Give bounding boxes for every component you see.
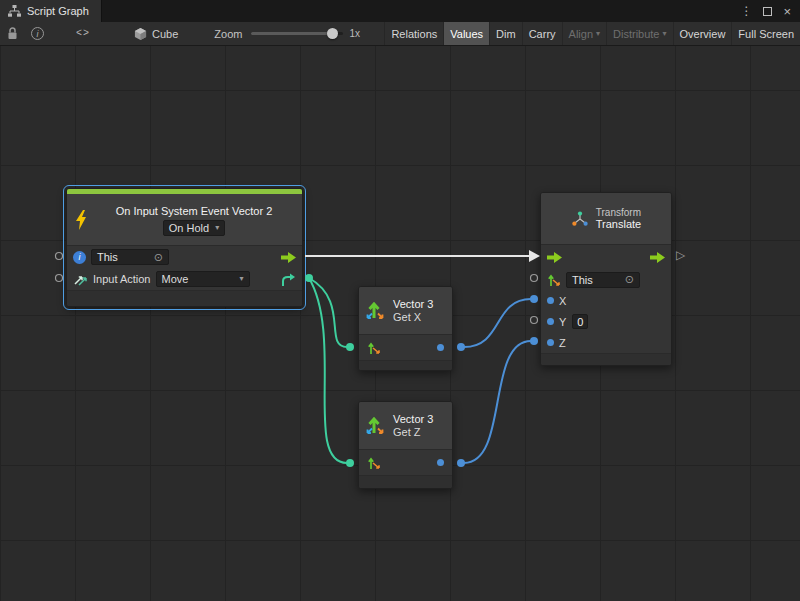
carry-button[interactable]: Carry — [522, 22, 562, 45]
close-icon[interactable]: × — [783, 5, 791, 18]
button-label: Align — [569, 28, 593, 40]
z-port-dot[interactable] — [547, 339, 554, 346]
translate-this-row: This ⊙ — [541, 269, 671, 290]
button-label: Relations — [391, 28, 437, 40]
vector2-output-icon[interactable] — [281, 273, 296, 286]
object-picker-icon[interactable]: ⊙ — [154, 251, 163, 264]
zoom-label: Zoom — [214, 28, 242, 40]
window-menu-icon[interactable]: ⋮ — [740, 4, 752, 18]
fullscreen-button[interactable]: Full Screen — [731, 22, 800, 45]
transform-icon — [571, 211, 589, 227]
flow-output-arrow-icon[interactable] — [650, 252, 665, 263]
translate-node-header: Transform Translate — [541, 193, 671, 244]
y-port-dot[interactable] — [547, 318, 554, 325]
graph-canvas[interactable]: On Input System Event Vector 2 On Hold ▾… — [0, 46, 800, 601]
node-footer — [67, 290, 302, 306]
getz-to-z-connection[interactable] — [464, 341, 531, 463]
dim-button[interactable]: Dim — [489, 22, 522, 45]
vector2-connection-to-getz[interactable] — [309, 278, 347, 463]
zoom-slider[interactable] — [251, 27, 343, 41]
getx-output-port[interactable] — [457, 343, 465, 351]
getz-input-port[interactable] — [346, 459, 354, 467]
chevron-down-icon: ▾ — [215, 224, 219, 232]
event-this-field[interactable]: This ⊙ — [91, 249, 169, 265]
code-view-icon[interactable]: <> — [76, 28, 90, 39]
vector2-connection-to-getx[interactable] — [309, 278, 347, 347]
chevron-down-icon: ▾ — [239, 275, 243, 283]
flow-continue-triangle-icon[interactable]: ▷ — [676, 248, 685, 262]
event-this-port[interactable] — [56, 253, 63, 260]
event-node-body: i This ⊙ Input Action Move ▾ — [67, 245, 302, 290]
node-category: Vector 3 — [393, 413, 433, 425]
translate-this-port[interactable] — [531, 275, 538, 282]
values-button[interactable]: Values — [443, 22, 489, 45]
port-label: Y — [559, 316, 566, 328]
getz-output-dot[interactable] — [437, 459, 444, 466]
node-get-x[interactable]: Vector 3 Get X — [358, 286, 453, 371]
dropdown-value: Move — [162, 273, 189, 285]
flow-input-arrow-icon[interactable] — [547, 252, 562, 263]
node-title: Get X — [393, 311, 433, 323]
zoom-value: 1x — [349, 28, 360, 39]
zoom-slider-fill — [251, 32, 332, 35]
node-get-z[interactable]: Vector 3 Get Z — [358, 401, 453, 489]
vector3-icon — [365, 300, 387, 322]
button-label: Values — [450, 28, 483, 40]
distribute-button[interactable]: Distribute▾ — [606, 22, 672, 45]
input-action-icon — [73, 272, 88, 286]
graph-owner[interactable]: Cube — [134, 27, 178, 41]
y-value-input[interactable]: 0 — [572, 314, 588, 329]
translate-z-row: Z — [541, 332, 671, 353]
translate-z-port[interactable] — [530, 337, 538, 345]
tab-script-graph[interactable]: Script Graph — [0, 0, 102, 22]
node-category: Transform — [596, 207, 641, 218]
getx-input-port[interactable] — [346, 343, 354, 351]
vector3-icon — [365, 415, 387, 437]
translate-y-row: Y 0 — [541, 311, 671, 332]
node-title: Translate — [596, 218, 641, 230]
button-label: Carry — [529, 28, 556, 40]
getz-output-port[interactable] — [457, 459, 465, 467]
translate-flow-row — [541, 245, 671, 269]
field-value: This — [97, 251, 118, 263]
event-mode-dropdown[interactable]: On Hold ▾ — [163, 220, 225, 236]
getx-to-x-connection[interactable] — [464, 299, 531, 347]
event-node-header: On Input System Event Vector 2 On Hold ▾ — [67, 194, 302, 245]
input-action-dropdown[interactable]: Move ▾ — [156, 271, 250, 287]
zoom-slider-knob[interactable] — [327, 28, 338, 39]
event-input-action-port[interactable] — [56, 275, 63, 282]
translate-x-row: X — [541, 290, 671, 311]
script-graph-icon — [8, 5, 21, 17]
node-on-input-system-event[interactable]: On Input System Event Vector 2 On Hold ▾… — [66, 188, 303, 307]
object-picker-icon[interactable]: ⊙ — [625, 273, 634, 286]
node-translate[interactable]: Transform Translate This ⊙ — [540, 192, 672, 366]
port-label: Z — [559, 337, 566, 349]
chevron-down-icon: ▾ — [663, 30, 667, 38]
info-icon[interactable]: i — [31, 27, 44, 40]
info-letter: i — [79, 252, 81, 262]
button-label: Distribute — [613, 28, 659, 40]
titlebar: Script Graph ⋮ × — [0, 0, 800, 22]
flow-connection-arrowhead — [529, 250, 540, 262]
lightning-icon — [74, 210, 88, 230]
button-label: Overview — [680, 28, 726, 40]
axis-icon — [547, 273, 561, 287]
node-footer — [541, 353, 671, 365]
window-controls: ⋮ × — [740, 0, 800, 22]
port-label: X — [559, 295, 566, 307]
x-port-dot[interactable] — [547, 297, 554, 304]
maximize-icon[interactable] — [763, 7, 772, 16]
port-label: Input Action — [93, 273, 151, 285]
translate-y-port[interactable] — [531, 317, 538, 324]
getx-output-dot[interactable] — [437, 344, 444, 351]
lock-icon[interactable] — [7, 27, 18, 40]
event-vector2-output-port[interactable] — [305, 274, 313, 282]
overview-button[interactable]: Overview — [673, 22, 732, 45]
relations-button[interactable]: Relations — [384, 22, 443, 45]
node-category: Vector 3 — [393, 298, 433, 310]
align-button[interactable]: Align▾ — [562, 22, 606, 45]
translate-x-port[interactable] — [530, 295, 538, 303]
graph-toolbar: i <> Cube Zoom 1x Relations Values Dim C… — [0, 22, 800, 46]
flow-output-arrow-icon[interactable] — [281, 252, 296, 263]
translate-this-field[interactable]: This ⊙ — [566, 272, 640, 288]
